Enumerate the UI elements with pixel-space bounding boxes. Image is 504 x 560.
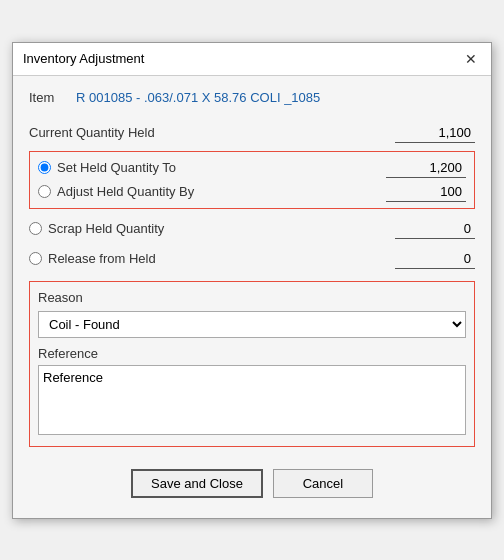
reference-label: Reference <box>38 346 466 361</box>
cancel-button[interactable]: Cancel <box>273 469 373 498</box>
current-quantity-row: Current Quantity Held <box>29 123 475 143</box>
button-row: Save and Close Cancel <box>29 461 475 508</box>
scrap-held-row: Scrap Held Quantity <box>29 217 475 241</box>
release-held-row: Release from Held <box>29 247 475 271</box>
set-adjust-section: Set Held Quantity To Adjust Held Quantit… <box>29 151 475 209</box>
save-and-close-button[interactable]: Save and Close <box>131 469 263 498</box>
set-held-radio[interactable] <box>38 161 51 174</box>
current-quantity-label: Current Quantity Held <box>29 125 395 140</box>
close-button[interactable]: ✕ <box>461 49 481 69</box>
scrap-held-label[interactable]: Scrap Held Quantity <box>48 221 395 236</box>
adjust-held-row: Adjust Held Quantity By <box>38 182 466 202</box>
adjust-held-input[interactable] <box>386 182 466 202</box>
reason-select[interactable]: Coil - Found Coil - Lost Physical Count … <box>38 311 466 338</box>
set-held-input[interactable] <box>386 158 466 178</box>
release-held-radio[interactable] <box>29 252 42 265</box>
dialog-body: Item R 001085 - .063/.071 X 58.76 COLI _… <box>13 76 491 518</box>
adjust-held-radio[interactable] <box>38 185 51 198</box>
inventory-adjustment-dialog: Inventory Adjustment ✕ Item R 001085 - .… <box>12 42 492 519</box>
item-row: Item R 001085 - .063/.071 X 58.76 COLI _… <box>29 86 475 109</box>
dialog-title: Inventory Adjustment <box>23 51 144 66</box>
adjust-held-label[interactable]: Adjust Held Quantity By <box>57 184 386 199</box>
reference-textarea[interactable]: Reference <box>38 365 466 435</box>
reason-title: Reason <box>38 290 466 305</box>
scrap-held-radio[interactable] <box>29 222 42 235</box>
set-held-label[interactable]: Set Held Quantity To <box>57 160 386 175</box>
release-held-label[interactable]: Release from Held <box>48 251 395 266</box>
current-quantity-input[interactable] <box>395 123 475 143</box>
release-held-input[interactable] <box>395 249 475 269</box>
reason-reference-section: Reason Coil - Found Coil - Lost Physical… <box>29 281 475 447</box>
set-held-row: Set Held Quantity To <box>38 158 466 178</box>
item-label: Item <box>29 90 64 105</box>
scrap-held-input[interactable] <box>395 219 475 239</box>
title-bar: Inventory Adjustment ✕ <box>13 43 491 76</box>
item-value: R 001085 - .063/.071 X 58.76 COLI _1085 <box>76 90 320 105</box>
